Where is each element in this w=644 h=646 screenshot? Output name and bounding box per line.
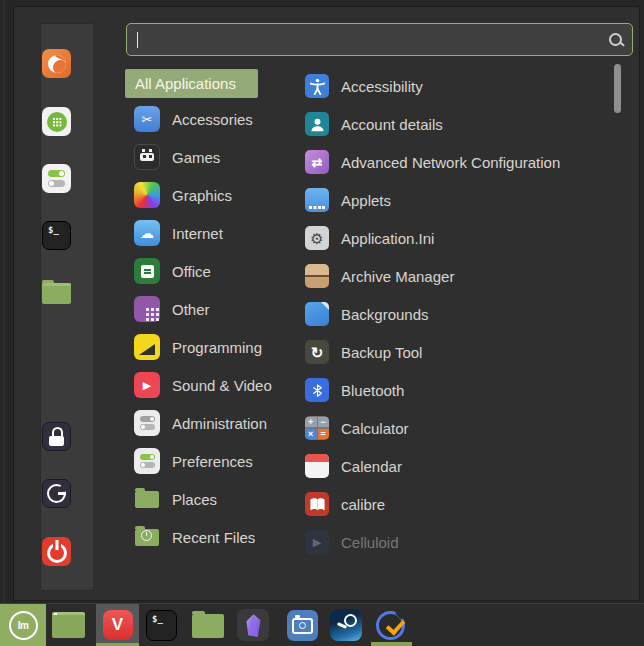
gear-icon: ⚙ xyxy=(305,226,329,250)
category-programming[interactable]: Programming xyxy=(125,328,310,366)
app-calendar[interactable]: Calendar xyxy=(296,447,606,485)
archive-box-icon xyxy=(305,264,329,288)
mint-logo-icon: lm xyxy=(9,611,38,640)
app-backgrounds[interactable]: Backgrounds xyxy=(296,295,606,333)
category-label: Other xyxy=(172,301,210,318)
toggles-gray-icon xyxy=(134,410,160,436)
app-archive-manager[interactable]: Archive Manager xyxy=(296,257,606,295)
app-label: Backup Tool xyxy=(341,344,422,361)
category-label: Administration xyxy=(172,415,267,432)
category-label: Internet xyxy=(172,225,223,242)
bluetooth-icon xyxy=(305,378,329,402)
folder-clock-icon xyxy=(134,524,160,550)
category-games[interactable]: Games xyxy=(125,138,310,176)
vivaldi-icon: V xyxy=(103,610,133,640)
app-calibre[interactable]: calibre xyxy=(296,485,606,523)
app-account-details[interactable]: Account details xyxy=(296,105,606,143)
desktop: $_ All Applications ✂ Accessories xyxy=(0,0,644,646)
taskbar-panel: lm V $_ xyxy=(0,603,644,646)
category-label: All Applications xyxy=(135,75,236,92)
sidebar-item-log-out[interactable] xyxy=(42,479,71,508)
category-places[interactable]: Places xyxy=(125,480,310,518)
category-label: Sound & Video xyxy=(172,377,272,394)
app-label: Calculator xyxy=(341,420,409,437)
scrollbar-thumb[interactable] xyxy=(614,64,621,113)
folder-icon xyxy=(42,283,71,304)
terminal-icon: $_ xyxy=(152,614,163,624)
category-administration[interactable]: Administration xyxy=(125,404,310,442)
panel-screenshot-button[interactable] xyxy=(287,610,318,641)
panel-show-desktop-button[interactable] xyxy=(52,612,85,638)
category-label: Preferences xyxy=(172,453,253,470)
logout-icon xyxy=(47,484,66,503)
category-graphics[interactable]: Graphics xyxy=(125,176,310,214)
panel-obsidian-button[interactable] xyxy=(237,609,269,641)
firefox-icon xyxy=(48,55,66,73)
app-celluloid[interactable]: ▶ Celluloid xyxy=(296,523,606,561)
app-backup-tool[interactable]: ↻ Backup Tool xyxy=(296,333,606,371)
category-internet[interactable]: ☁ Internet xyxy=(125,214,310,252)
category-label: Graphics xyxy=(172,187,232,204)
cloud-icon: ☁ xyxy=(134,220,160,246)
app-label: Account details xyxy=(341,116,443,133)
rainbow-icon xyxy=(134,182,160,208)
category-all-applications[interactable]: All Applications xyxy=(125,69,258,98)
search-icon xyxy=(609,33,622,46)
book-icon xyxy=(305,492,329,516)
category-accessories[interactable]: ✂ Accessories xyxy=(125,100,310,138)
app-calculator[interactable]: +− ×= Calculator xyxy=(296,409,606,447)
sidebar-item-terminal[interactable]: $_ xyxy=(42,221,71,250)
app-bluetooth[interactable]: Bluetooth xyxy=(296,371,606,409)
panel-menu-button[interactable]: lm xyxy=(0,604,46,646)
calendar-icon xyxy=(305,454,329,478)
panel-terminal-button[interactable]: $_ xyxy=(146,610,177,641)
sidebar-item-firefox[interactable] xyxy=(42,49,71,78)
search-bar[interactable] xyxy=(126,23,633,56)
panel-vivaldi-button[interactable]: V xyxy=(96,604,139,646)
settings-icon xyxy=(48,170,65,177)
backup-ring-icon: ↻ xyxy=(305,340,329,364)
category-label: Office xyxy=(172,263,211,280)
category-label: Recent Files xyxy=(172,529,255,546)
app-label: Application.Ini xyxy=(341,230,434,247)
calculator-icon: +− ×= xyxy=(305,416,329,440)
panel-todo-app-button[interactable] xyxy=(374,609,406,641)
wallpaper-icon xyxy=(305,302,329,326)
user-icon xyxy=(305,112,329,136)
category-label: Accessories xyxy=(172,111,253,128)
obsidian-crystal-icon xyxy=(243,613,264,638)
app-applets[interactable]: Applets xyxy=(296,181,606,219)
folder-icon xyxy=(192,614,224,638)
desktop-window-icon xyxy=(52,612,85,638)
category-preferences[interactable]: Preferences xyxy=(125,442,310,480)
category-recent-files[interactable]: Recent Files xyxy=(125,518,310,556)
app-accessibility[interactable]: Accessibility xyxy=(296,67,606,105)
category-label: Programming xyxy=(172,339,262,356)
app-advanced-network-configuration[interactable]: ⇄ Advanced Network Configuration xyxy=(296,143,606,181)
category-other[interactable]: Other xyxy=(125,290,310,328)
app-label: Backgrounds xyxy=(341,306,429,323)
app-label: Calendar xyxy=(341,458,402,475)
search-input[interactable] xyxy=(138,31,609,49)
ramp-icon xyxy=(134,334,160,360)
panel-files-button[interactable] xyxy=(192,614,224,638)
panel-steam-button[interactable] xyxy=(330,609,362,641)
sidebar-item-shut-down[interactable] xyxy=(42,537,71,566)
category-label: Games xyxy=(172,149,220,166)
sidebar-item-software-manager[interactable] xyxy=(42,107,71,136)
app-label: Archive Manager xyxy=(341,268,454,285)
category-office[interactable]: Office xyxy=(125,252,310,290)
sidebar-item-system-settings[interactable] xyxy=(42,164,71,193)
dot-grid-icon xyxy=(134,296,160,322)
lock-icon xyxy=(49,427,64,446)
camera-icon xyxy=(292,618,313,634)
sidebar-item-lock-screen[interactable] xyxy=(42,422,71,451)
sidebar-item-files[interactable] xyxy=(42,279,71,308)
category-sound-video[interactable]: ▶ Sound & Video xyxy=(125,366,310,404)
network-arrows-icon: ⇄ xyxy=(305,150,329,174)
space-invader-icon xyxy=(134,144,160,170)
folder-icon xyxy=(134,486,160,512)
app-label: Bluetooth xyxy=(341,382,404,399)
power-icon xyxy=(47,543,67,563)
app-application-ini[interactable]: ⚙ Application.Ini xyxy=(296,219,606,257)
